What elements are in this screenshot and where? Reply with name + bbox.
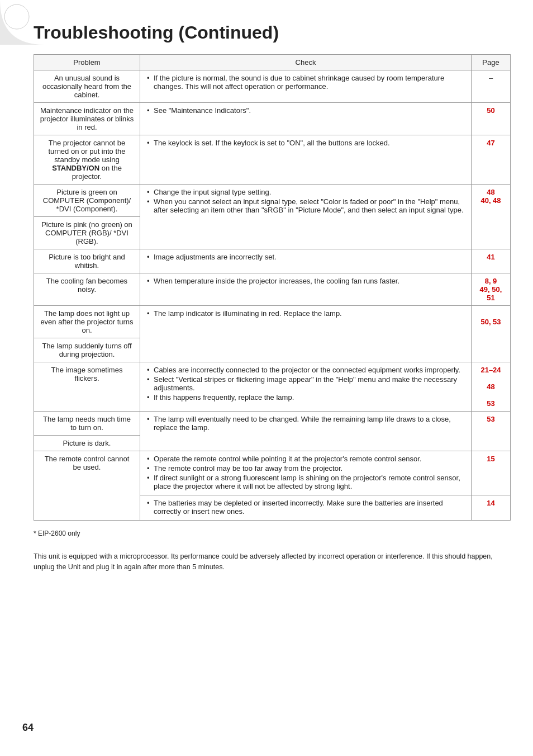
table-row: The projector cannot be turned on or put… — [34, 135, 511, 185]
page-cell: 47 — [472, 135, 511, 185]
check-cell: Change the input signal type setting. Wh… — [140, 185, 472, 249]
page-cell: 53 — [472, 412, 511, 451]
problem-cell: The cooling fan becomes noisy. — [34, 273, 140, 306]
problem-cell: Picture is too bright and whitish. — [34, 249, 140, 273]
problem-cell: Picture is green on COMPUTER (Component)… — [34, 185, 140, 217]
table-row: The remote control cannot be used. Opera… — [34, 451, 511, 495]
page-cell: 15 — [472, 451, 511, 495]
problem-cell: The lamp does not light up even after th… — [34, 306, 140, 338]
page-cell: 4840, 48 — [472, 185, 511, 249]
page-cell: – — [472, 70, 511, 103]
check-item: When temperature inside the projector in… — [146, 277, 465, 285]
problem-cell: Picture is dark. — [34, 436, 140, 451]
check-cell: Image adjustments are incorrectly set. — [140, 249, 472, 273]
page-cell: 41 — [472, 249, 511, 273]
check-cell: If the picture is normal, the sound is d… — [140, 70, 472, 103]
problem-cell: The projector cannot be turned on or put… — [34, 135, 140, 185]
table-row: Picture is green on COMPUTER (Component)… — [34, 185, 511, 217]
page-cell: 50, 53 — [472, 306, 511, 362]
page-cell: 21–244853 — [472, 362, 511, 412]
page-number: 64 — [22, 722, 34, 734]
problem-cell: The remote control cannot be used. — [34, 451, 140, 521]
check-item: If the picture is normal, the sound is d… — [146, 74, 465, 91]
check-cell: See "Maintenance Indicators". — [140, 103, 472, 135]
check-item: The lamp will eventually need to be chan… — [146, 415, 465, 432]
table-row: The lamp needs much time to turn on. The… — [34, 412, 511, 436]
page-corner-decoration — [0, 0, 45, 45]
check-item: Select "Vertical stripes or flickering i… — [146, 375, 465, 392]
check-cell: Operate the remote control while pointin… — [140, 451, 472, 495]
check-item: Operate the remote control while pointin… — [146, 455, 465, 463]
check-item: When you cannot select an input signal t… — [146, 197, 465, 214]
problem-cell: Maintenance indicator on the projector i… — [34, 103, 140, 135]
check-cell: The batteries may be depleted or inserte… — [140, 495, 472, 521]
check-cell: Cables are incorrectly connected to the … — [140, 362, 472, 412]
footer-note: This unit is equipped with a microproces… — [34, 551, 511, 573]
page-cell: 50 — [472, 103, 511, 135]
check-item: The lamp indicator is illuminating in re… — [146, 309, 465, 318]
table-row: The cooling fan becomes noisy. When temp… — [34, 273, 511, 306]
table-row: Picture is too bright and whitish. Image… — [34, 249, 511, 273]
header-problem: Problem — [34, 55, 140, 70]
table-row: The image sometimes flickers. Cables are… — [34, 362, 511, 412]
check-item: Cables are incorrectly connected to the … — [146, 366, 465, 374]
check-cell: When temperature inside the projector in… — [140, 273, 472, 306]
troubleshooting-table: Problem Check Page An unusual sound is o… — [34, 54, 511, 521]
table-row: Maintenance indicator on the projector i… — [34, 103, 511, 135]
table-row: The lamp does not light up even after th… — [34, 306, 511, 338]
page-title: Troubleshooting (Continued) — [34, 22, 511, 43]
check-cell: The keylock is set. If the keylock is se… — [140, 135, 472, 185]
svg-point-0 — [4, 4, 29, 29]
table-row: An unusual sound is occasionally heard f… — [34, 70, 511, 103]
check-item: If direct sunlight or a strong fluoresce… — [146, 474, 465, 490]
check-item: If this happens frequently, replace the … — [146, 393, 465, 401]
problem-cell: The image sometimes flickers. — [34, 362, 140, 412]
page-cell: 8, 949, 50, 51 — [472, 273, 511, 306]
check-item: The batteries may be depleted or inserte… — [146, 499, 465, 516]
header-page: Page — [472, 55, 511, 70]
problem-cell: Picture is pink (no green) on COMPUTER (… — [34, 217, 140, 249]
page-cell: 14 — [472, 495, 511, 521]
problem-cell: The lamp needs much time to turn on. — [34, 412, 140, 436]
check-item: Image adjustments are incorrectly set. — [146, 253, 465, 261]
check-cell: The lamp will eventually need to be chan… — [140, 412, 472, 451]
check-cell: The lamp indicator is illuminating in re… — [140, 306, 472, 362]
problem-cell: The lamp suddenly turns off during proje… — [34, 338, 140, 362]
problem-cell: An unusual sound is occasionally heard f… — [34, 70, 140, 103]
footnote: * EIP-2600 only — [34, 530, 511, 537]
header-check: Check — [140, 55, 472, 70]
check-item: The remote control may be too far away f… — [146, 464, 465, 472]
check-item: See "Maintenance Indicators". — [146, 106, 465, 115]
check-item: Change the input signal type setting. — [146, 188, 465, 196]
check-item: The keylock is set. If the keylock is se… — [146, 139, 465, 147]
